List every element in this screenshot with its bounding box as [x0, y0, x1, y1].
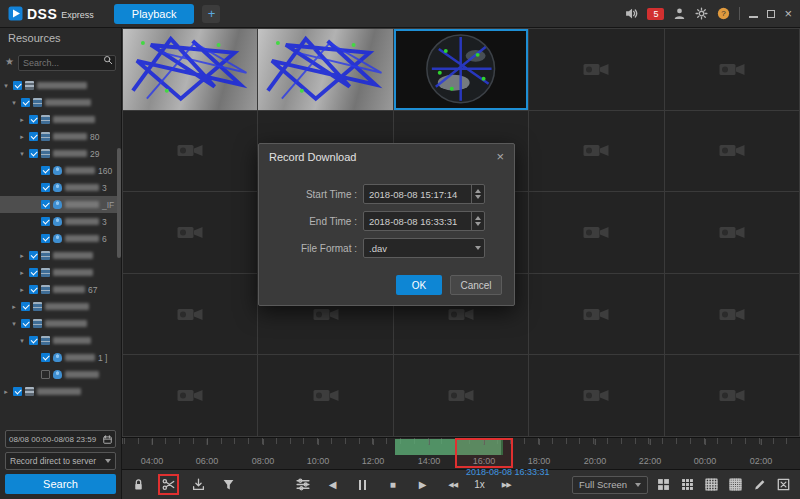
file-format-dropdown-caret[interactable]	[471, 239, 484, 257]
resource-search-input[interactable]	[18, 55, 116, 71]
tree-checkbox[interactable]	[41, 183, 50, 192]
dialog-close-icon[interactable]	[496, 152, 504, 162]
add-tab-button[interactable]: +	[202, 5, 220, 23]
tree-item[interactable]: ▸	[0, 383, 121, 400]
tree-checkbox[interactable]	[29, 336, 38, 345]
help-icon[interactable]: ?	[717, 7, 730, 20]
video-cell[interactable]	[123, 111, 257, 192]
tree-item[interactable]: 1 ]	[0, 349, 121, 366]
video-cell[interactable]	[529, 192, 663, 273]
favorites-star-icon[interactable]	[5, 56, 14, 67]
tree-checkbox[interactable]	[41, 234, 50, 243]
record-source-select[interactable]: Record direct to server	[5, 452, 116, 470]
expand-arrow-icon[interactable]: ▾	[18, 150, 26, 158]
slow-playback-button[interactable]	[444, 476, 461, 493]
volume-icon[interactable]	[625, 7, 638, 20]
clip-scissors-icon[interactable]	[160, 476, 177, 493]
tree-item[interactable]: ▾	[0, 332, 121, 349]
video-cell[interactable]	[394, 355, 528, 436]
end-time-spinner[interactable]	[471, 212, 484, 230]
tree-checkbox[interactable]	[41, 217, 50, 226]
tree-checkbox[interactable]	[29, 251, 38, 260]
video-cell[interactable]	[529, 29, 663, 110]
tree-item[interactable]: ▸	[0, 264, 121, 281]
expand-arrow-icon[interactable]: ▸	[10, 303, 18, 311]
close-button[interactable]	[784, 9, 792, 19]
tree-checkbox[interactable]	[21, 302, 30, 311]
tree-item[interactable]: 3	[0, 179, 121, 196]
tree-item[interactable]: ▸	[0, 111, 121, 128]
video-cell[interactable]	[529, 111, 663, 192]
tree-checkbox[interactable]	[29, 285, 38, 294]
tree-item[interactable]: 160	[0, 162, 121, 179]
split-4-icon[interactable]	[655, 476, 672, 493]
search-icon[interactable]	[103, 55, 113, 65]
tab-playback[interactable]: Playback	[114, 4, 195, 24]
pause-button[interactable]	[354, 476, 371, 493]
expand-arrow-icon[interactable]: ▾	[10, 99, 18, 107]
tree-item[interactable]: 6	[0, 230, 121, 247]
video-cell[interactable]	[665, 274, 799, 355]
expand-arrow-icon[interactable]: ▸	[2, 388, 10, 396]
maximize-button[interactable]	[767, 10, 775, 18]
tree-checkbox[interactable]	[21, 98, 30, 107]
video-cell[interactable]	[529, 274, 663, 355]
video-cell[interactable]	[665, 355, 799, 436]
expand-arrow-icon[interactable]: ▸	[18, 286, 26, 294]
close-all-windows-icon[interactable]	[775, 476, 792, 493]
alarm-count-badge[interactable]: 5	[647, 8, 664, 20]
expand-arrow-icon[interactable]: ▾	[18, 337, 26, 345]
expand-arrow-icon[interactable]: ▾	[2, 82, 10, 90]
video-cell[interactable]	[258, 29, 392, 110]
custom-split-edit-icon[interactable]	[751, 476, 768, 493]
tree-checkbox[interactable]	[41, 353, 50, 362]
video-cell[interactable]	[123, 274, 257, 355]
ok-button[interactable]: OK	[396, 275, 442, 295]
expand-arrow-icon[interactable]: ▸	[18, 133, 26, 141]
search-button[interactable]: Search	[5, 474, 116, 494]
expand-arrow-icon[interactable]: ▸	[18, 252, 26, 260]
video-cell[interactable]	[665, 111, 799, 192]
tree-checkbox[interactable]	[41, 200, 50, 209]
video-cell[interactable]	[665, 29, 799, 110]
video-cell[interactable]	[665, 192, 799, 273]
tree-checkbox[interactable]	[29, 115, 38, 124]
file-format-select[interactable]: .dav	[363, 238, 485, 258]
tree-item[interactable]: ▾	[0, 77, 121, 94]
split-16-icon[interactable]	[703, 476, 720, 493]
tree-item[interactable]	[0, 366, 121, 383]
tree-checkbox[interactable]	[29, 268, 38, 277]
clip-selection-box[interactable]	[455, 438, 513, 468]
next-frame-button[interactable]	[414, 476, 431, 493]
video-cell[interactable]	[123, 355, 257, 436]
previous-frame-button[interactable]	[324, 476, 341, 493]
tree-checkbox[interactable]	[21, 319, 30, 328]
filter-icon[interactable]	[220, 476, 237, 493]
tree-item[interactable]: ▸	[0, 247, 121, 264]
end-time-input[interactable]: 2018-08-08 16:33:31	[363, 211, 485, 231]
lock-icon[interactable]	[130, 476, 147, 493]
fast-playback-button[interactable]	[498, 476, 515, 493]
tree-item[interactable]: ▸ 67	[0, 281, 121, 298]
video-cell[interactable]	[258, 355, 392, 436]
video-cell[interactable]	[529, 355, 663, 436]
video-cell[interactable]	[394, 29, 528, 110]
fullscreen-select[interactable]: Full Screen	[572, 476, 648, 494]
tree-item[interactable]: ▾	[0, 94, 121, 111]
video-cell[interactable]	[123, 29, 257, 110]
tree-item[interactable]: _IF	[0, 196, 121, 213]
minimize-button[interactable]	[749, 10, 758, 18]
expand-arrow-icon[interactable]: ▸	[18, 269, 26, 277]
stop-button[interactable]	[384, 476, 401, 493]
user-icon[interactable]	[673, 7, 686, 20]
tree-item[interactable]: ▸ 80	[0, 128, 121, 145]
split-25-icon[interactable]	[727, 476, 744, 493]
split-9-icon[interactable]	[679, 476, 696, 493]
tree-checkbox[interactable]	[41, 370, 50, 379]
tree-scrollbar-thumb[interactable]	[117, 148, 121, 258]
cancel-button[interactable]: Cancel	[450, 275, 502, 295]
tree-item[interactable]: ▸	[0, 298, 121, 315]
start-time-input[interactable]: 2018-08-08 15:17:14	[363, 184, 485, 204]
sync-settings-icon[interactable]	[294, 476, 311, 493]
tree-checkbox[interactable]	[29, 149, 38, 158]
